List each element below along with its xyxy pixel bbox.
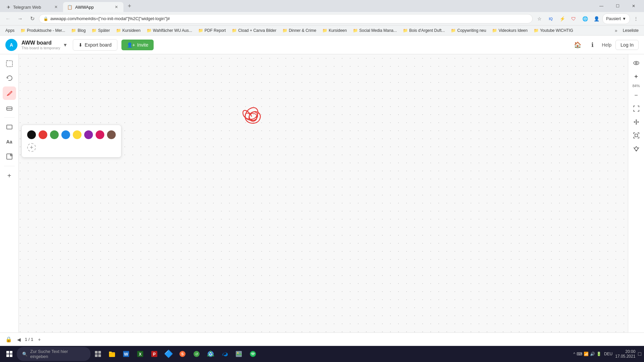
help-button[interactable]: Help [602, 42, 611, 48]
tab-awwapp-close[interactable]: ✕ [113, 4, 119, 10]
bookmark-copywriting[interactable]: 📁 Copywriting neu [448, 27, 489, 34]
user-icon[interactable]: 👤 [591, 13, 602, 24]
fit-button[interactable] [630, 103, 642, 115]
taskbar-app6[interactable]: ↺ [190, 347, 203, 361]
sticky-tool[interactable] [3, 150, 16, 163]
taskbar-app4[interactable]: 🔷 [162, 347, 175, 361]
menu-icon[interactable]: ⋮ [631, 13, 641, 24]
svg-rect-9 [6, 351, 9, 354]
notification-icon[interactable]: □ [638, 351, 641, 357]
start-button[interactable] [3, 347, 16, 361]
color-brown[interactable] [107, 130, 116, 139]
extensions-icon[interactable]: ⚡ [557, 13, 568, 24]
antivirus-icon[interactable]: 🛡 [568, 13, 579, 24]
pen-tool[interactable] [3, 86, 16, 100]
bookmark-kursideen1[interactable]: 📁 Kursideen [113, 27, 143, 34]
taskbar-chrome[interactable] [204, 347, 217, 361]
prev-page-button[interactable]: ◀ [15, 336, 23, 344]
bookmark-youtube[interactable]: 📁 Youtube WICHTIG [531, 27, 576, 34]
bookmark-bois[interactable]: 📁 Bois d'Argent Duft... [400, 27, 447, 34]
address-bar[interactable]: 🔒 awwapp.com/home#dis=["no-init-modal"]%… [39, 14, 533, 23]
taskbar-app3[interactable]: P [148, 347, 161, 361]
tab-telegram[interactable]: ✈ Telegram Web ✕ [3, 2, 63, 12]
rectangle-tool[interactable] [3, 120, 16, 134]
eye-button[interactable] [630, 57, 642, 69]
taskbar-app5[interactable]: S [176, 347, 189, 361]
vpn-icon[interactable]: 🌐 [580, 13, 590, 24]
pin-button[interactable] [630, 143, 642, 155]
new-tab-button[interactable]: + [125, 1, 134, 11]
iq-icon[interactable]: IQ [545, 13, 556, 24]
color-yellow[interactable] [73, 130, 82, 139]
taskbar-spotify[interactable] [246, 347, 260, 361]
zoom-out-button[interactable]: − [630, 89, 642, 101]
bookmark-dinner[interactable]: 📁 Dinner & Crime [280, 27, 319, 34]
board-dropdown-arrow[interactable]: ▼ [62, 41, 69, 49]
bookmark-cload[interactable]: 📁 Cload + Canva Bilder [229, 27, 279, 34]
zoom-in-icon: + [634, 73, 638, 80]
eraser-tool[interactable] [3, 101, 16, 115]
taskbar-edge[interactable] [218, 347, 231, 361]
pausiert-button[interactable]: Pausiert ▼ [602, 13, 630, 24]
add-color-button[interactable]: + [27, 143, 36, 152]
maximize-button[interactable]: ☐ [610, 0, 625, 12]
tab-awwapp[interactable]: 📋 AWWApp ✕ [63, 2, 123, 12]
bookmark-pdf[interactable]: 📁 PDF Report [196, 27, 228, 34]
color-black[interactable] [27, 130, 36, 139]
bookmark-produktsuche[interactable]: 📁 Produktsuche - Mer... [18, 27, 68, 34]
color-blue[interactable] [61, 130, 70, 139]
tab-telegram-close[interactable]: ✕ [53, 4, 59, 10]
bookmark-social[interactable]: 📁 Social Media Mana... [350, 27, 399, 34]
color-green[interactable] [50, 130, 59, 139]
back-button[interactable]: ← [3, 13, 13, 24]
bookmark-kursideen2[interactable]: 📁 Kursideen [320, 27, 350, 34]
taskbar-app2[interactable]: X [133, 347, 147, 361]
canvas-area[interactable]: Aa + [0, 54, 644, 333]
color-purple[interactable] [84, 130, 93, 139]
text-tool[interactable]: Aa [3, 135, 16, 148]
taskbar-search[interactable]: 🔍 Zur Suche Text hier eingeben [17, 347, 91, 361]
info-icon[interactable]: ℹ [587, 40, 598, 50]
battery-icon: 🔋 [596, 352, 601, 356]
up-arrow-icon[interactable]: ^ [573, 352, 575, 356]
next-page-button[interactable]: + [35, 336, 43, 344]
zoom-in-button[interactable]: + [630, 70, 642, 82]
export-label: Export board [85, 42, 111, 48]
taskbar-app1[interactable]: W [119, 347, 133, 361]
taskview-icon[interactable] [91, 347, 105, 361]
home-icon[interactable]: 🏠 [572, 40, 583, 50]
bookmark-spaeter[interactable]: 📁 Später [89, 27, 112, 34]
forward-button[interactable]: → [15, 13, 25, 24]
fullscreen-button[interactable] [630, 129, 642, 141]
svg-rect-14 [98, 351, 101, 354]
color-pink[interactable] [96, 130, 104, 139]
select-tool[interactable] [3, 57, 16, 70]
minimize-button[interactable]: — [594, 0, 609, 12]
close-button[interactable]: ✕ [626, 0, 641, 12]
bookmark-leseliste[interactable]: Leseliste [620, 27, 641, 34]
explorer-icon[interactable] [105, 347, 119, 361]
taskbar-photos[interactable] [232, 347, 246, 361]
refresh-button[interactable]: ↻ [27, 13, 38, 24]
svg-rect-10 [10, 351, 12, 354]
produktsuche-label: Produktsuche - Mer... [27, 28, 65, 33]
text-tool-label: Aa [6, 139, 12, 144]
svg-rect-13 [95, 351, 98, 354]
bookmark-videokurs[interactable]: 📁 Videokurs Ideen [489, 27, 530, 34]
star-icon[interactable]: ☆ [534, 13, 545, 24]
bookmark-wahlfaecher[interactable]: 📁 Wahlfächer WU Aus... [144, 27, 195, 34]
right-toolbar: + 84% − [628, 54, 644, 333]
add-tool-icon: + [7, 172, 11, 180]
add-tool[interactable]: + [3, 169, 16, 182]
login-button[interactable]: Log In [615, 40, 639, 50]
bookmark-apps[interactable]: Apps [3, 27, 17, 34]
language-indicator: DEU [604, 352, 612, 356]
color-red[interactable] [39, 130, 47, 139]
undo-tool[interactable] [3, 72, 16, 85]
spaeter-label: Später [98, 28, 110, 33]
bookmarks-more-button[interactable]: » [613, 27, 620, 34]
invite-button[interactable]: 👤+ Invite [121, 40, 154, 50]
bookmark-blog[interactable]: 📁 Blog [68, 27, 88, 34]
export-button[interactable]: ⬇ Export board [73, 39, 117, 51]
move-button[interactable] [630, 116, 642, 128]
